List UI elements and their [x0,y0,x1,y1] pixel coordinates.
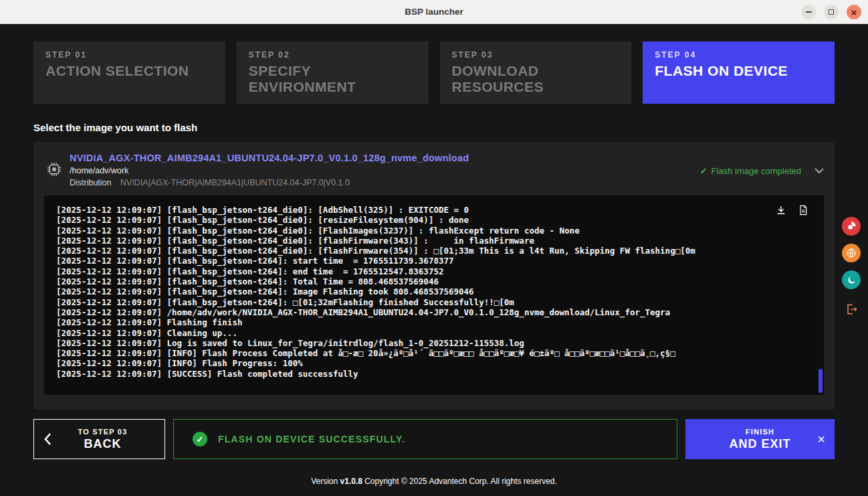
step-tab-action-selection[interactable]: STEP 01 ACTION SELECTION [33,42,225,104]
log-line: [2025-12-12 12:09:07] [INFO] Flash Progr… [56,358,812,368]
theme-toggle-icon[interactable] [842,270,861,289]
flash-status-text: Flash image completed [712,166,801,176]
log-line: [2025-12-12 12:09:07] [INFO] Flash Proce… [56,348,812,358]
flash-success-banner: ✓ FLASH ON DEVICE SUCCESSFULLY. [173,419,677,459]
section-heading: Select the image you want to flash [33,122,835,133]
back-button[interactable]: TO STEP 03 BACK [33,419,165,459]
chevron-left-icon [43,432,51,446]
log-line: [2025-12-12 12:09:07] [flash_bsp_jetson-… [56,246,812,256]
window-title: BSP launcher [405,7,463,17]
log-line: [2025-12-12 12:09:07] [flash_bsp_jetson-… [56,286,812,297]
chevron-down-icon[interactable] [815,168,824,174]
app-window: BSP launcher × STEP 01 ACTION SELECTION … [0,0,868,486]
bottom-action-bar: TO STEP 03 BACK ✓ FLASH ON DEVICE SUCCES… [33,419,835,459]
download-log-icon[interactable] [776,205,786,216]
chip-icon [45,161,63,178]
step-number: STEP 02 [249,50,417,60]
step-tab-download-resources[interactable]: STEP 03 DOWNLOAD RESOURCES [440,42,632,104]
log-line: [2025-12-12 12:09:07] [flash_bsp_jetson-… [56,256,812,266]
step-number: STEP 01 [45,50,213,60]
close-button[interactable]: × [847,5,861,19]
console-scrollbar[interactable] [819,369,823,393]
log-file-icon[interactable] [798,205,808,216]
step-title: ACTION SELECTION [45,63,213,79]
minimize-icon [806,11,812,13]
step-number: STEP 03 [452,50,620,60]
close-icon: × [851,7,857,17]
titlebar: BSP launcher × [0,0,868,24]
footer-copyright: Copyright © 2025 Advantech Corp. All rig… [362,477,557,486]
brand-icon[interactable] [842,217,861,236]
footer-text: Version v1.0.8 Copyright © 2025 Advantec… [33,477,835,486]
step-tab-flash-on-device[interactable]: STEP 04 FLASH ON DEVICE [643,42,835,104]
step-title: DOWNLOAD RESOURCES [452,63,620,94]
log-line: [2025-12-12 12:09:07] [flash_bsp_jetson-… [56,276,812,286]
footer-version: v1.0.8 [340,477,362,486]
image-path: /home/adv/work [70,166,700,175]
log-line: [2025-12-12 12:09:07] /home/adv/work/NVI… [56,307,812,317]
step-tab-specify-environment[interactable]: STEP 02 SPECIFY ENVIRONMENT [237,42,429,104]
maximize-icon [829,9,834,15]
footer-version-prefix: Version [311,477,340,486]
log-line: [2025-12-12 12:09:07] [flash_bsp_jetson-… [56,297,812,307]
log-line: [2025-12-12 12:09:07] Cleaning up... [56,328,812,338]
distribution-label: Distribution [70,178,112,187]
finish-and-exit-button[interactable]: FINISH AND EXIT × [685,419,835,459]
flash-image-panel: NVIDIA_AGX-THOR_AIMB294A1_UBUNTU24.04-JP… [33,142,835,410]
finish-button-top-label: FINISH [746,428,774,436]
minimize-button[interactable] [801,5,816,19]
step-title: SPECIFY ENVIRONMENT [249,63,417,94]
back-button-label: BACK [84,437,122,451]
log-lines: [2025-12-12 12:09:07] [flash_bsp_jetson-… [56,205,812,379]
step-title: FLASH ON DEVICE [655,63,823,79]
right-floating-rail [842,217,861,316]
console-toolbar [776,205,808,216]
flash-status-wrap: ✓ Flash image completed [700,166,824,176]
log-line: [2025-12-12 12:09:07] Log is saved to Li… [56,338,812,348]
distribution-value: NVIDIA|AGX-THOR|AIMB294A1|UBUNTU24.04-JP… [120,178,350,187]
exit-x-icon: × [817,432,825,447]
log-line: [2025-12-12 12:09:07] [flash_bsp_jetson-… [56,226,812,236]
image-card-header: NVIDIA_AGX-THOR_AIMB294A1_UBUNTU24.04-JP… [44,153,824,187]
console-log[interactable]: [2025-12-12 12:09:07] [flash_bsp_jetson-… [44,195,824,395]
log-line: [2025-12-12 12:09:07] [flash_bsp_jetson-… [56,236,812,246]
step-tabs: STEP 01 ACTION SELECTION STEP 02 SPECIFY… [33,42,835,104]
logout-icon[interactable] [845,303,858,316]
distribution-row: Distribution NVIDIA|AGX-THOR|AIMB294A1|U… [70,178,700,187]
back-button-step-label: TO STEP 03 [78,428,128,436]
language-icon[interactable] [842,244,861,262]
step-number: STEP 04 [655,50,823,60]
image-meta: NVIDIA_AGX-THOR_AIMB294A1_UBUNTU24.04-JP… [70,153,700,187]
log-line: [2025-12-12 12:09:07] [SUCCESS] Flash co… [56,369,812,379]
success-message: FLASH ON DEVICE SUCCESSFULLY. [218,434,405,444]
log-line: [2025-12-12 12:09:07] [flash_bsp_jetson-… [56,205,812,215]
image-name: NVIDIA_AGX-THOR_AIMB294A1_UBUNTU24.04-JP… [70,153,700,163]
success-check-icon: ✓ [193,432,207,446]
log-line: [2025-12-12 12:09:07] Flashing finish [56,317,812,327]
check-icon: ✓ [700,166,708,176]
window-controls: × [801,5,861,19]
finish-button-label: AND EXIT [729,437,790,451]
log-line: [2025-12-12 12:09:07] [flash_bsp_jetson-… [56,215,812,225]
main-content: STEP 01 ACTION SELECTION STEP 02 SPECIFY… [0,24,868,486]
log-line: [2025-12-12 12:09:07] [flash_bsp_jetson-… [56,266,812,276]
maximize-button[interactable] [824,5,839,19]
